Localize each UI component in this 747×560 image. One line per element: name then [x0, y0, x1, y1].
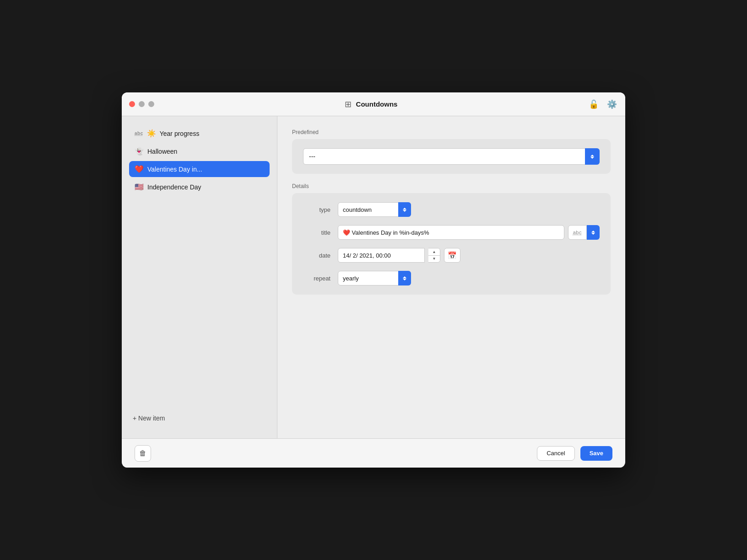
repeat-select-wrapper: yearly monthly weekly never — [338, 271, 411, 285]
valentines-emoji: ❤️ — [135, 165, 144, 173]
settings-button[interactable]: ⚙️ — [606, 98, 618, 110]
predefined-select-arrow[interactable] — [585, 148, 600, 165]
sidebar-item-halloween[interactable]: 👻 Halloween — [129, 143, 270, 159]
arrow-down-icon — [590, 157, 594, 159]
sidebar-item-year-progress[interactable]: abc ☀️ Year progress — [129, 125, 270, 141]
predefined-label: Predefined — [292, 129, 611, 135]
sidebar-item-valentines[interactable]: ❤️ Valentines Day in... — [129, 161, 270, 177]
title-control: abc — [338, 225, 600, 240]
independence-label: Independence Day — [147, 183, 201, 191]
independence-emoji: 🇺🇸 — [135, 183, 144, 191]
predefined-select-wrapper: --- — [303, 148, 600, 165]
details-box: type countdown countup progress — [292, 193, 611, 295]
window-title: Countdowns — [356, 100, 398, 108]
date-stepper-down[interactable]: ▼ — [428, 255, 440, 263]
calendar-icon: 📅 — [448, 251, 457, 260]
abc-label: abc — [135, 131, 143, 136]
details-label: Details — [292, 183, 611, 189]
maximize-button[interactable] — [148, 101, 154, 107]
abc-arrow-up-icon — [591, 231, 595, 232]
type-arrow-down-icon — [403, 210, 406, 212]
type-select-wrapper: countdown countup progress — [338, 202, 411, 217]
year-progress-emoji: ☀️ — [147, 129, 156, 138]
date-control: ▲ ▼ 📅 — [338, 248, 600, 263]
detail-panel: Predefined --- Details — [277, 116, 625, 438]
predefined-select[interactable]: --- — [303, 148, 600, 165]
title-label: title — [303, 229, 330, 236]
repeat-select-arrow[interactable] — [398, 271, 411, 285]
date-label: date — [303, 252, 330, 259]
calendar-button[interactable]: 📅 — [444, 248, 460, 263]
arrow-up-icon — [590, 155, 594, 156]
year-progress-label: Year progress — [160, 130, 200, 137]
repeat-control: yearly monthly weekly never — [338, 271, 600, 285]
titlebar: ⊞ Countdowns 🔓 ⚙️ — [122, 92, 625, 116]
sidebar-items: abc ☀️ Year progress 👻 Halloween ❤️ Vale… — [122, 125, 277, 407]
details-grid: type countdown countup progress — [303, 202, 600, 285]
halloween-emoji: 👻 — [135, 147, 144, 156]
titlebar-center: ⊞ Countdowns — [154, 99, 588, 109]
type-label: type — [303, 206, 330, 213]
main-window: ⊞ Countdowns 🔓 ⚙️ abc ☀️ Year progress 👻… — [122, 92, 625, 468]
repeat-label: repeat — [303, 275, 330, 282]
repeat-arrow-up-icon — [403, 276, 406, 278]
main-content: abc ☀️ Year progress 👻 Halloween ❤️ Vale… — [122, 116, 625, 438]
title-input[interactable] — [338, 225, 564, 240]
date-row: date ▲ ▼ 📅 — [303, 248, 600, 263]
halloween-label: Halloween — [147, 148, 177, 155]
title-row: title abc — [303, 225, 600, 240]
save-button[interactable]: Save — [580, 446, 612, 461]
close-button[interactable] — [129, 101, 135, 107]
abc-dropdown-button[interactable] — [587, 225, 600, 240]
traffic-lights — [129, 101, 154, 107]
abc-button[interactable]: abc — [568, 225, 587, 240]
predefined-box: --- — [292, 139, 611, 174]
date-stepper-up[interactable]: ▲ — [428, 248, 440, 255]
repeat-row: repeat yearly monthly weekly never — [303, 271, 600, 285]
valentines-label: Valentines Day in... — [147, 166, 202, 173]
type-select-arrow[interactable] — [398, 202, 411, 217]
type-row: type countdown countup progress — [303, 202, 600, 217]
new-item-button[interactable]: + New item — [122, 407, 277, 429]
bottom-bar: 🗑 Cancel Save — [122, 438, 625, 468]
predefined-section: Predefined --- — [292, 129, 611, 174]
bottom-actions: Cancel Save — [537, 446, 612, 461]
delete-button[interactable]: 🗑 — [135, 445, 151, 462]
sidebar: abc ☀️ Year progress 👻 Halloween ❤️ Vale… — [122, 116, 277, 438]
titlebar-actions: 🔓 ⚙️ — [588, 98, 618, 110]
delete-icon: 🗑 — [139, 449, 146, 458]
sidebar-toggle-icon[interactable]: ⊞ — [345, 99, 352, 109]
lock-button[interactable]: 🔓 — [588, 98, 600, 110]
date-stepper[interactable]: ▲ ▼ — [428, 248, 440, 263]
sidebar-item-independence[interactable]: 🇺🇸 Independence Day — [129, 179, 270, 195]
abc-arrow-down-icon — [591, 233, 595, 235]
abc-control: abc — [568, 225, 600, 240]
new-item-label: + New item — [133, 415, 165, 422]
type-arrow-up-icon — [403, 208, 406, 210]
date-input[interactable] — [338, 248, 425, 263]
cancel-button[interactable]: Cancel — [537, 446, 574, 461]
type-control: countdown countup progress — [338, 202, 600, 217]
details-section: Details type countdown countup — [292, 183, 611, 295]
repeat-arrow-down-icon — [403, 279, 406, 280]
minimize-button[interactable] — [139, 101, 145, 107]
